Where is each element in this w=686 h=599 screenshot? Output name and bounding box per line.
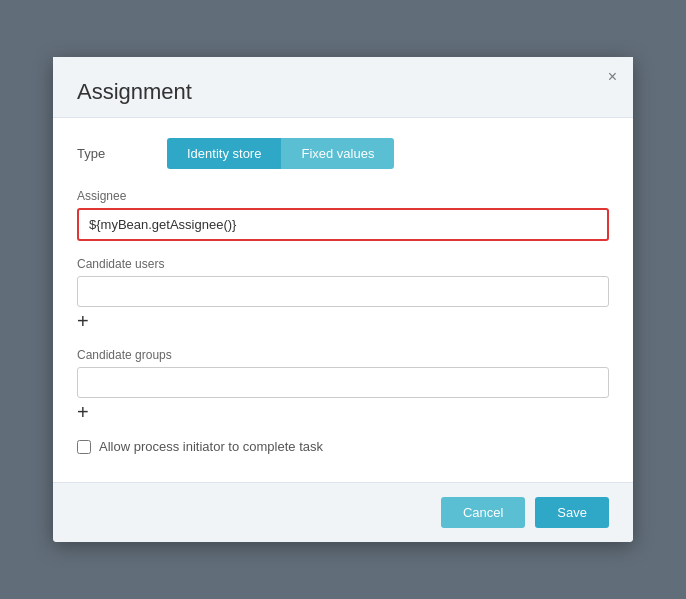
candidate-groups-label: Candidate groups xyxy=(77,348,609,362)
add-candidate-user-button[interactable]: + xyxy=(77,311,89,331)
candidate-groups-input[interactable] xyxy=(77,367,609,398)
type-row: Type Identity store Fixed values xyxy=(77,138,609,169)
add-candidate-group-button[interactable]: + xyxy=(77,402,89,422)
candidate-users-label: Candidate users xyxy=(77,257,609,271)
close-button[interactable]: × xyxy=(608,69,617,85)
assignee-field-group: Assignee xyxy=(77,189,609,241)
fixed-values-button[interactable]: Fixed values xyxy=(281,138,394,169)
allow-initiator-checkbox[interactable] xyxy=(77,440,91,454)
assignee-label: Assignee xyxy=(77,189,609,203)
type-label: Type xyxy=(77,146,167,161)
candidate-groups-field-group: Candidate groups + xyxy=(77,348,609,423)
dialog-body: Type Identity store Fixed values Assigne… xyxy=(53,117,633,483)
type-button-group: Identity store Fixed values xyxy=(167,138,394,169)
candidate-users-input[interactable] xyxy=(77,276,609,307)
dialog-title: Assignment xyxy=(77,79,192,104)
assignee-input[interactable] xyxy=(77,208,609,241)
candidate-users-field-group: Candidate users + xyxy=(77,257,609,332)
identity-store-button[interactable]: Identity store xyxy=(167,138,281,169)
dialog-header: Assignment × xyxy=(53,57,633,117)
save-button[interactable]: Save xyxy=(535,497,609,528)
allow-initiator-label[interactable]: Allow process initiator to complete task xyxy=(99,439,323,454)
dialog-footer: Cancel Save xyxy=(53,483,633,542)
allow-initiator-row: Allow process initiator to complete task xyxy=(77,439,609,454)
assignment-dialog: Assignment × Type Identity store Fixed v… xyxy=(53,57,633,542)
cancel-button[interactable]: Cancel xyxy=(441,497,525,528)
